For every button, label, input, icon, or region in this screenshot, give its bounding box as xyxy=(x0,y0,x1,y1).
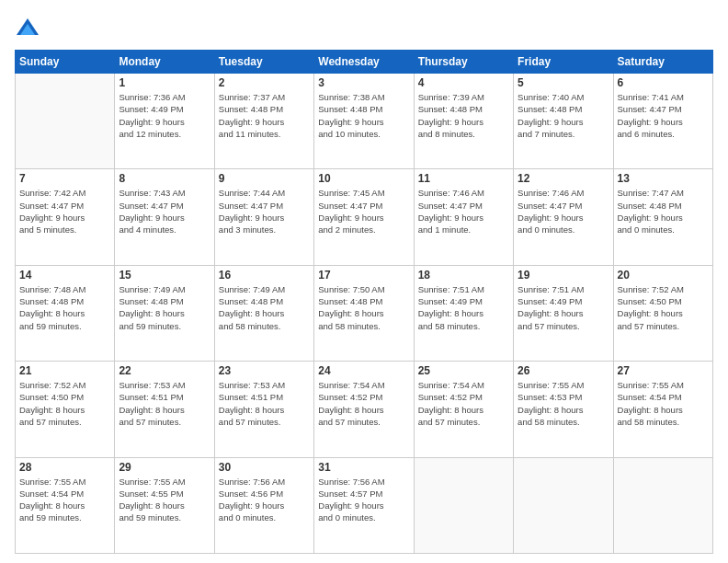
cell-detail: Sunrise: 7:46 AMSunset: 4:47 PMDaylight:… xyxy=(518,187,609,236)
day-number: 24 xyxy=(318,364,409,377)
cell-detail: Sunrise: 7:54 AMSunset: 4:52 PMDaylight:… xyxy=(318,379,409,428)
day-header-saturday: Saturday xyxy=(613,51,712,74)
calendar-cell xyxy=(613,457,712,553)
page: SundayMondayTuesdayWednesdayThursdayFrid… xyxy=(0,0,728,563)
day-number: 6 xyxy=(618,76,709,89)
logo-icon xyxy=(15,17,40,42)
day-number: 13 xyxy=(618,172,709,185)
calendar-cell: 23Sunrise: 7:53 AMSunset: 4:51 PMDayligh… xyxy=(214,362,313,457)
cell-detail: Sunrise: 7:52 AMSunset: 4:50 PMDaylight:… xyxy=(618,283,709,332)
day-header-wednesday: Wednesday xyxy=(314,51,414,74)
calendar-cell: 1Sunrise: 7:36 AMSunset: 4:49 PMDaylight… xyxy=(115,74,214,169)
calendar-cell: 12Sunrise: 7:46 AMSunset: 4:47 PMDayligh… xyxy=(514,169,613,265)
cell-detail: Sunrise: 7:55 AMSunset: 4:55 PMDaylight:… xyxy=(119,476,210,524)
calendar-cell: 16Sunrise: 7:49 AMSunset: 4:48 PMDayligh… xyxy=(214,265,313,361)
day-number: 2 xyxy=(219,76,310,89)
calendar-cell: 6Sunrise: 7:41 AMSunset: 4:47 PMDaylight… xyxy=(613,74,712,169)
day-number: 27 xyxy=(618,364,709,377)
calendar-cell: 19Sunrise: 7:51 AMSunset: 4:49 PMDayligh… xyxy=(514,265,613,361)
day-number: 15 xyxy=(119,269,210,282)
calendar-cell: 22Sunrise: 7:53 AMSunset: 4:51 PMDayligh… xyxy=(115,362,214,457)
calendar-cell: 28Sunrise: 7:55 AMSunset: 4:54 PMDayligh… xyxy=(16,457,115,553)
cell-detail: Sunrise: 7:49 AMSunset: 4:48 PMDaylight:… xyxy=(119,283,210,332)
cell-detail: Sunrise: 7:55 AMSunset: 4:53 PMDaylight:… xyxy=(518,379,609,428)
day-number: 30 xyxy=(219,461,310,474)
calendar-cell: 15Sunrise: 7:49 AMSunset: 4:48 PMDayligh… xyxy=(115,265,214,361)
day-number: 11 xyxy=(418,172,509,185)
cell-detail: Sunrise: 7:55 AMSunset: 4:54 PMDaylight:… xyxy=(618,379,709,428)
cell-detail: Sunrise: 7:44 AMSunset: 4:47 PMDaylight:… xyxy=(219,187,310,236)
day-number: 12 xyxy=(518,172,609,185)
cell-detail: Sunrise: 7:51 AMSunset: 4:49 PMDaylight:… xyxy=(518,283,609,332)
calendar-cell xyxy=(414,457,513,553)
calendar-cell: 2Sunrise: 7:37 AMSunset: 4:48 PMDaylight… xyxy=(214,74,313,169)
day-number: 21 xyxy=(19,364,110,377)
day-number: 26 xyxy=(518,364,609,377)
cell-detail: Sunrise: 7:45 AMSunset: 4:47 PMDaylight:… xyxy=(318,187,409,236)
cell-detail: Sunrise: 7:39 AMSunset: 4:48 PMDaylight:… xyxy=(418,91,509,140)
cell-detail: Sunrise: 7:53 AMSunset: 4:51 PMDaylight:… xyxy=(119,379,210,428)
day-number: 23 xyxy=(219,364,310,377)
week-row-0: 1Sunrise: 7:36 AMSunset: 4:49 PMDaylight… xyxy=(16,74,713,169)
cell-detail: Sunrise: 7:53 AMSunset: 4:51 PMDaylight:… xyxy=(219,379,310,428)
calendar-cell: 30Sunrise: 7:56 AMSunset: 4:56 PMDayligh… xyxy=(214,457,313,553)
day-number: 8 xyxy=(119,172,210,185)
calendar-cell: 13Sunrise: 7:47 AMSunset: 4:48 PMDayligh… xyxy=(613,169,712,265)
calendar: SundayMondayTuesdayWednesdayThursdayFrid… xyxy=(15,50,713,554)
day-number: 14 xyxy=(19,269,110,282)
calendar-cell: 14Sunrise: 7:48 AMSunset: 4:48 PMDayligh… xyxy=(16,265,115,361)
header xyxy=(15,13,713,42)
calendar-cell: 11Sunrise: 7:46 AMSunset: 4:47 PMDayligh… xyxy=(414,169,513,265)
week-row-4: 28Sunrise: 7:55 AMSunset: 4:54 PMDayligh… xyxy=(16,457,713,553)
cell-detail: Sunrise: 7:56 AMSunset: 4:57 PMDaylight:… xyxy=(318,476,409,524)
calendar-cell: 25Sunrise: 7:54 AMSunset: 4:52 PMDayligh… xyxy=(414,362,513,457)
calendar-cell: 24Sunrise: 7:54 AMSunset: 4:52 PMDayligh… xyxy=(314,362,414,457)
cell-detail: Sunrise: 7:51 AMSunset: 4:49 PMDaylight:… xyxy=(418,283,509,332)
day-number: 3 xyxy=(318,76,409,89)
cell-detail: Sunrise: 7:50 AMSunset: 4:48 PMDaylight:… xyxy=(318,283,409,332)
cell-detail: Sunrise: 7:48 AMSunset: 4:48 PMDaylight:… xyxy=(19,283,110,332)
day-number: 19 xyxy=(518,269,609,282)
day-number: 7 xyxy=(19,172,110,185)
day-number: 28 xyxy=(19,461,110,474)
day-number: 17 xyxy=(318,269,409,282)
calendar-cell: 26Sunrise: 7:55 AMSunset: 4:53 PMDayligh… xyxy=(514,362,613,457)
week-row-3: 21Sunrise: 7:52 AMSunset: 4:50 PMDayligh… xyxy=(16,362,713,457)
calendar-cell: 5Sunrise: 7:40 AMSunset: 4:48 PMDaylight… xyxy=(514,74,613,169)
day-header-tuesday: Tuesday xyxy=(214,51,313,74)
calendar-cell: 20Sunrise: 7:52 AMSunset: 4:50 PMDayligh… xyxy=(613,265,712,361)
calendar-cell: 17Sunrise: 7:50 AMSunset: 4:48 PMDayligh… xyxy=(314,265,414,361)
calendar-cell xyxy=(16,74,115,169)
calendar-cell: 10Sunrise: 7:45 AMSunset: 4:47 PMDayligh… xyxy=(314,169,414,265)
cell-detail: Sunrise: 7:56 AMSunset: 4:56 PMDaylight:… xyxy=(219,476,310,524)
week-row-1: 7Sunrise: 7:42 AMSunset: 4:47 PMDaylight… xyxy=(16,169,713,265)
day-number: 10 xyxy=(318,172,409,185)
cell-detail: Sunrise: 7:41 AMSunset: 4:47 PMDaylight:… xyxy=(618,91,709,140)
calendar-cell: 18Sunrise: 7:51 AMSunset: 4:49 PMDayligh… xyxy=(414,265,513,361)
calendar-cell: 27Sunrise: 7:55 AMSunset: 4:54 PMDayligh… xyxy=(613,362,712,457)
cell-detail: Sunrise: 7:42 AMSunset: 4:47 PMDaylight:… xyxy=(19,187,110,236)
cell-detail: Sunrise: 7:37 AMSunset: 4:48 PMDaylight:… xyxy=(219,91,310,140)
day-number: 31 xyxy=(318,461,409,474)
calendar-cell: 8Sunrise: 7:43 AMSunset: 4:47 PMDaylight… xyxy=(115,169,214,265)
week-row-2: 14Sunrise: 7:48 AMSunset: 4:48 PMDayligh… xyxy=(16,265,713,361)
day-number: 22 xyxy=(119,364,210,377)
day-number: 16 xyxy=(219,269,310,282)
calendar-cell: 3Sunrise: 7:38 AMSunset: 4:48 PMDaylight… xyxy=(314,74,414,169)
cell-detail: Sunrise: 7:52 AMSunset: 4:50 PMDaylight:… xyxy=(19,379,110,428)
day-header-thursday: Thursday xyxy=(414,51,513,74)
cell-detail: Sunrise: 7:36 AMSunset: 4:49 PMDaylight:… xyxy=(119,91,210,140)
cell-detail: Sunrise: 7:46 AMSunset: 4:47 PMDaylight:… xyxy=(418,187,509,236)
calendar-cell: 4Sunrise: 7:39 AMSunset: 4:48 PMDaylight… xyxy=(414,74,513,169)
cell-detail: Sunrise: 7:47 AMSunset: 4:48 PMDaylight:… xyxy=(618,187,709,236)
calendar-cell: 9Sunrise: 7:44 AMSunset: 4:47 PMDaylight… xyxy=(214,169,313,265)
day-header-friday: Friday xyxy=(514,51,613,74)
calendar-cell: 7Sunrise: 7:42 AMSunset: 4:47 PMDaylight… xyxy=(16,169,115,265)
day-number: 20 xyxy=(618,269,709,282)
day-number: 4 xyxy=(418,76,509,89)
day-number: 29 xyxy=(119,461,210,474)
cell-detail: Sunrise: 7:38 AMSunset: 4:48 PMDaylight:… xyxy=(318,91,409,140)
cell-detail: Sunrise: 7:55 AMSunset: 4:54 PMDaylight:… xyxy=(19,476,110,524)
day-number: 1 xyxy=(119,76,210,89)
cell-detail: Sunrise: 7:43 AMSunset: 4:47 PMDaylight:… xyxy=(119,187,210,236)
